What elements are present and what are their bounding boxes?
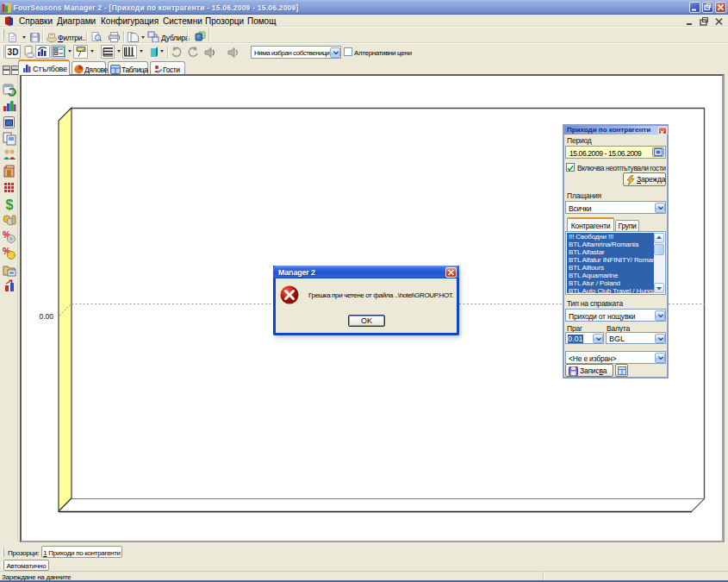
svg-text:$: $ bbox=[6, 197, 14, 211]
svg-text:0.00: 0.00 bbox=[39, 312, 53, 321]
